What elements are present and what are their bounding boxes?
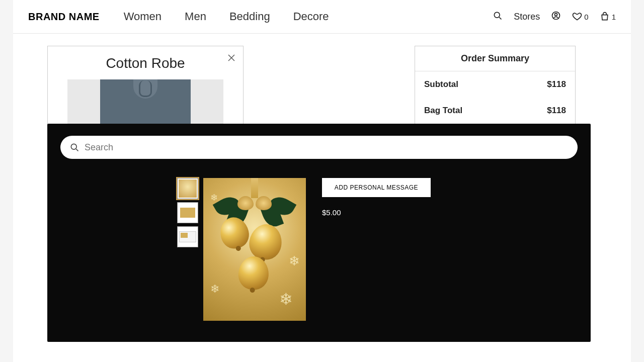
modal-right: ADD PERSONAL MESSAGE $5.00 [322,178,431,321]
thumbnail-1[interactable] [177,178,198,199]
summary-row-total: Bag Total $118 [421,98,569,124]
svg-line-7 [76,149,78,151]
search-icon[interactable] [493,11,503,23]
svg-point-6 [71,144,76,149]
giftcard-main-image: ❄❄❄❄ [203,178,306,321]
nav-women[interactable]: Women [124,10,162,23]
summary-label: Bag Total [424,106,462,116]
gift-card-modal: ❄❄❄❄ ADD PERSONAL MESSAGE $5.00 [47,124,591,342]
product-title: Cotton Robe [55,55,236,71]
svg-line-1 [500,17,502,19]
summary-row-subtotal: Subtotal $118 [415,71,575,98]
nav-men[interactable]: Men [185,10,206,23]
nav-bedding[interactable]: Bedding [229,10,270,23]
search-icon [69,142,79,152]
thumbnail-list [177,178,198,321]
account-icon[interactable] [551,11,561,23]
header-actions: Stores 0 1 [493,11,616,23]
wishlist-count: 0 [584,13,588,21]
svg-point-0 [495,12,500,18]
bag-button[interactable]: 1 [600,12,616,22]
bag-count: 1 [612,13,616,21]
close-icon[interactable] [227,53,236,64]
modal-body: ❄❄❄❄ ADD PERSONAL MESSAGE $5.00 [60,178,578,321]
thumbnail-2[interactable] [177,202,198,223]
summary-value: $118 [547,79,566,89]
stores-link[interactable]: Stores [514,12,540,22]
svg-point-3 [555,13,557,16]
wishlist-button[interactable]: 0 [572,12,588,22]
nav-decore[interactable]: Decore [293,10,329,23]
summary-title: Order Summary [415,46,575,71]
header: BRAND NAME Women Men Bedding Decore Stor… [13,0,631,34]
main-nav: Women Men Bedding Decore [124,10,329,23]
brand-logo[interactable]: BRAND NAME [28,11,100,23]
add-personal-message-button[interactable]: ADD PERSONAL MESSAGE [322,178,431,197]
thumbnail-3[interactable] [177,226,198,247]
search-input[interactable] [85,142,569,153]
summary-value: $118 [547,106,566,116]
search-bar[interactable] [60,136,578,159]
giftcard-price: $5.00 [322,208,341,217]
summary-label: Subtotal [424,79,458,89]
order-summary: Order Summary Subtotal $118 Bag Total $1… [415,46,576,124]
